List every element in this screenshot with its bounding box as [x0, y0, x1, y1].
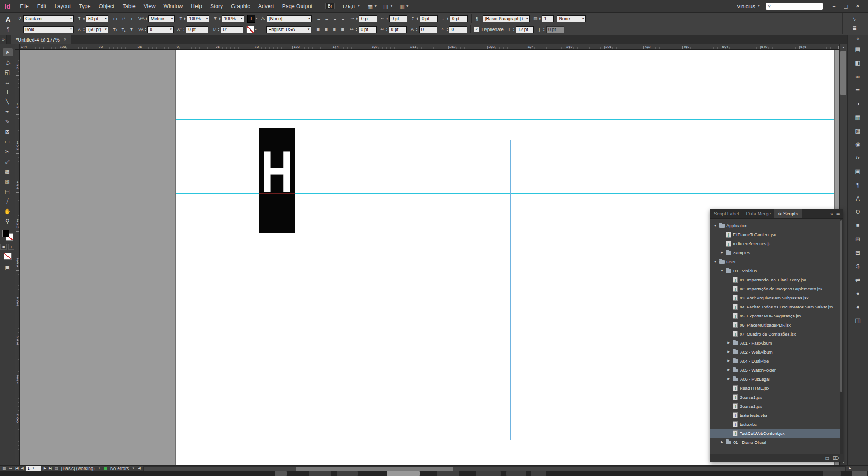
new-script-icon[interactable]: ▤	[825, 456, 829, 461]
tree-item[interactable]: ʃSource1.jsx	[710, 392, 840, 401]
scroll-up-icon[interactable]: ▲	[840, 44, 847, 50]
view-options-button[interactable]: ▦▼	[368, 3, 377, 9]
font-family-select[interactable]: Gautami▼	[23, 15, 74, 22]
tab-data-merge[interactable]: Data Merge	[742, 209, 774, 218]
direct-selection-tool[interactable]: ▷	[3, 58, 13, 66]
note-tool[interactable]: ▤	[3, 187, 13, 196]
scroll-left-button[interactable]: ◀	[138, 467, 140, 470]
panel-expand-icon[interactable]: »	[830, 211, 833, 216]
left-indent-field[interactable]: 0 pt	[359, 15, 377, 22]
table-panel-icon[interactable]: ⊞	[851, 233, 865, 245]
language-select[interactable]: English: USA▼	[266, 26, 311, 33]
taskbar-button-2[interactable]	[337, 471, 358, 476]
rectangle-frame-tool[interactable]: ⊠	[3, 128, 13, 136]
color-panel-icon[interactable]: ◑	[851, 98, 865, 109]
menu-window[interactable]: Window	[160, 0, 187, 13]
expander-icon[interactable]: ▶	[726, 350, 731, 354]
control-panel-menu-icon[interactable]: ≣	[852, 25, 857, 31]
gutter-field[interactable]: 12 pt	[516, 26, 534, 33]
screen-mode-menu-button[interactable]: ◫▼	[383, 3, 393, 9]
leading-field[interactable]: (60 pt)▼	[86, 26, 108, 33]
panel-menu-icon[interactable]: ≣	[836, 211, 840, 216]
character-style-select[interactable]: [None]▼	[267, 15, 312, 22]
first-page-button[interactable]: |◀	[15, 467, 18, 470]
taskbar-button-3[interactable]	[387, 471, 420, 476]
baseline-shift-field[interactable]: 0 pt	[186, 26, 208, 33]
menu-view[interactable]: View	[140, 0, 160, 13]
text-frame[interactable]	[259, 140, 511, 440]
horizontal-scale-field[interactable]: 100%▼	[222, 15, 244, 22]
tree-item[interactable]: ʃ06_PlaceMultipagePDF.jsx	[710, 320, 840, 329]
pen-tool[interactable]: ✒	[3, 108, 13, 116]
gradient-feather-tool[interactable]: ▨	[3, 177, 13, 186]
paragraph-align-button-1[interactable]: ≡	[323, 15, 330, 22]
tree-item[interactable]: ▶A05 - WatchFolder	[710, 365, 840, 374]
expander-icon[interactable]: ▶	[720, 440, 724, 444]
links-panel-icon[interactable]: ∞	[851, 70, 865, 82]
selection-tool[interactable]: ➤	[3, 48, 13, 56]
taskbar-button-6[interactable]	[506, 471, 526, 476]
horizontal-scrollbar[interactable]	[143, 466, 846, 471]
tree-item[interactable]: ʃ03_Abrir Arquivos em Subpastas.jsx	[710, 293, 840, 302]
tree-item[interactable]: ʃFitFrameToContent.jsx	[710, 230, 840, 239]
hyphenate-checkbox[interactable]: ✓Hyphenate	[474, 27, 503, 32]
taskbar-button-9[interactable]	[852, 471, 867, 476]
tags-panel-icon[interactable]: ♦	[851, 301, 865, 313]
drop-cap-lines-field[interactable]: 0	[419, 26, 437, 33]
none-color-swatch-icon[interactable]: T	[246, 26, 254, 33]
skew-field[interactable]: 0°	[221, 26, 243, 33]
menu-edit[interactable]: Edit	[33, 0, 51, 13]
pages-grid-icon[interactable]: ▦	[2, 466, 6, 471]
tree-item[interactable]: ʃteste.vbs	[710, 420, 840, 429]
justify-align-button-3[interactable]: ≡	[339, 26, 346, 33]
scissors-tool[interactable]: ✂	[3, 148, 13, 156]
cell-styles-panel-icon[interactable]: ⊟	[851, 247, 865, 258]
eyedropper-tool[interactable]: ⧸	[3, 197, 13, 205]
document-tab[interactable]: *Untitled-4 @ 177% ×	[11, 35, 71, 44]
search-box[interactable]: ⚲	[766, 3, 823, 10]
taskbar-button-1[interactable]	[309, 471, 331, 476]
formatting-affects-container-button[interactable]: ▣	[0, 244, 7, 250]
paragraph-align-button-0[interactable]: ≡	[315, 15, 322, 22]
drop-cap-lines-field-stepper[interactable]: ▲ ▼	[416, 28, 418, 31]
taskbar-button-8[interactable]	[823, 471, 841, 476]
expander-icon[interactable]: ▼	[713, 260, 717, 263]
justify-align-button-0[interactable]: ≡	[315, 26, 322, 33]
last-line-indent-field-stepper[interactable]: ▲ ▼	[386, 28, 388, 31]
paragraph-align-button-2[interactable]: ≡	[331, 15, 339, 22]
line-tool[interactable]: ╲	[3, 98, 13, 106]
vertical-scrollbar-thumb[interactable]	[840, 51, 846, 95]
tree-item[interactable]: ▶A06 - PubLegal	[710, 374, 840, 383]
space-before-field[interactable]: 0 pt	[420, 15, 438, 22]
right-indent-field[interactable]: 0 pt	[389, 15, 407, 22]
preflight-status-text[interactable]: No errors	[110, 466, 129, 471]
gradient-panel-icon[interactable]: ▨	[851, 125, 865, 136]
tree-item[interactable]: ʃ04_Fechar Todos os Documentos Sem Salva…	[710, 302, 840, 311]
free-transform-tool[interactable]: ⤢	[3, 158, 13, 166]
hand-tool[interactable]: ✋	[3, 207, 13, 215]
tree-item[interactable]: ʃ07_Quadro de Comissões.jsx	[710, 329, 840, 338]
font-style-select[interactable]: Bold▼	[23, 26, 74, 33]
vertical-scale-field[interactable]: 100%▼	[187, 15, 209, 22]
horizontal-ruler[interactable]: 1441087236036721081441802162522883243603…	[20, 44, 839, 50]
justify-align-button-1[interactable]: ≡	[323, 26, 330, 33]
glyphs-panel-icon[interactable]: Ω	[851, 206, 865, 218]
menu-advert[interactable]: Advert	[254, 0, 278, 13]
menu-layout[interactable]: Layout	[50, 0, 75, 13]
tree-item[interactable]: ▶Samples	[710, 248, 840, 257]
menu-help[interactable]: Help	[187, 0, 206, 13]
gap-tool[interactable]: ↔	[3, 78, 13, 86]
page-number-field[interactable]: 1 ▼	[26, 466, 41, 471]
tree-item[interactable]: ʃTestGetWebContent.jsx	[710, 429, 840, 438]
data-merge-panel-icon[interactable]: ⇄	[851, 274, 865, 285]
gutter-field-stepper[interactable]: ▲ ▼	[513, 28, 515, 31]
next-page-button[interactable]: ▶	[44, 467, 46, 470]
skew-field-stepper[interactable]: ▲ ▼	[217, 28, 220, 31]
checkbox-icon[interactable]: ✓	[474, 27, 479, 32]
font-size-field[interactable]: 50 pt▼	[86, 15, 108, 22]
drop-cap-chars-field-stepper[interactable]: ▲ ▼	[446, 28, 448, 31]
pencil-tool[interactable]: ✎	[3, 118, 13, 126]
first-line-indent-field[interactable]: 0 pt	[359, 26, 377, 33]
story-editor-panel-icon[interactable]: ≡	[851, 219, 865, 231]
menu-story[interactable]: Story	[206, 0, 227, 13]
